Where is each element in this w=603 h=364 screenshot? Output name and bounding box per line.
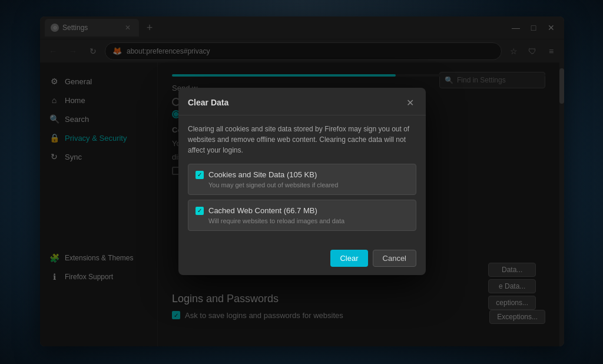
cancel-button[interactable]: Cancel — [373, 250, 416, 267]
cookies-option: Cookies and Site Data (105 KB) You may g… — [188, 164, 416, 195]
cache-option-desc: Will require websites to reload images a… — [208, 217, 409, 224]
clear-button[interactable]: Clear — [330, 250, 367, 267]
cache-option-title: Cached Web Content (66.7 MB) — [208, 206, 317, 215]
cookies-option-title: Cookies and Site Data (105 KB) — [208, 170, 317, 179]
browser-window: ⚙ Settings ✕ + — □ ✕ ← → ↻ 🦊 about:prefe… — [40, 16, 564, 346]
modal-close-button[interactable]: ✕ — [403, 96, 416, 109]
cookies-option-checkbox[interactable] — [196, 171, 204, 179]
modal-body: Clearing all cookies and site data store… — [178, 115, 426, 244]
modal-overlay[interactable]: Clear Data ✕ Clearing all cookies and si… — [40, 16, 564, 346]
cache-option: Cached Web Content (66.7 MB) Will requir… — [188, 200, 416, 231]
cache-option-row: Cached Web Content (66.7 MB) — [196, 206, 409, 215]
modal-footer: Clear Cancel — [178, 244, 426, 275]
modal-title: Clear Data — [188, 98, 228, 107]
cache-option-checkbox[interactable] — [196, 207, 204, 215]
clear-data-modal: Clear Data ✕ Clearing all cookies and si… — [178, 88, 426, 275]
cookies-option-row: Cookies and Site Data (105 KB) — [196, 170, 409, 179]
cookies-option-desc: You may get signed out of websites if cl… — [208, 181, 409, 188]
modal-description: Clearing all cookies and site data store… — [188, 124, 416, 155]
modal-header: Clear Data ✕ — [178, 88, 426, 115]
